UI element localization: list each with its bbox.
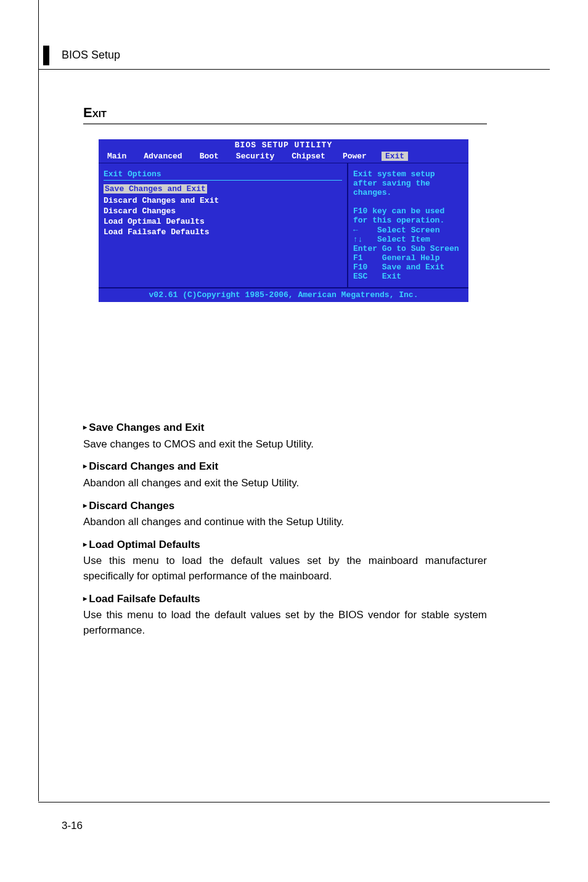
key-f1-label: General Help [382, 253, 440, 263]
key-updown-label: Select Item [377, 235, 430, 244]
bios-help-text: Exit system setup after saving the chang… [353, 169, 463, 226]
key-enter-label: Go to Sub Screen [382, 244, 459, 253]
bios-tab-security[interactable]: Security [227, 152, 283, 161]
header-bar-icon [43, 46, 49, 65]
doc-body-save-exit: Save changes to CMOS and exit the Setup … [83, 437, 487, 452]
key-enter-icon: Enter [353, 244, 377, 253]
page-content: Save Changes and Exit Save changes to CM… [83, 413, 487, 642]
page-left-rule [38, 0, 39, 801]
key-left-icon: ← [353, 226, 358, 235]
bios-body: Exit Options Save Changes and Exit Disca… [99, 163, 468, 287]
bios-tab-main[interactable]: Main [99, 152, 135, 161]
doc-body-load-optimal: Use this menu to load the default values… [83, 553, 487, 584]
bios-tab-boot[interactable]: Boot [191, 152, 227, 161]
bios-right-panel: Exit system setup after saving the chang… [348, 163, 468, 287]
bios-tabs: Main Advanced Boot Security Chipset Powe… [99, 150, 468, 163]
doc-title-load-failsafe: Load Failsafe Defaults [83, 592, 487, 607]
bios-item-discard[interactable]: Discard Changes [104, 206, 342, 216]
bios-item-load-optimal[interactable]: Load Optimal Defaults [104, 217, 342, 226]
doc-title-save-exit: Save Changes and Exit [83, 420, 487, 436]
bios-item-save-exit[interactable]: Save Changes and Exit [104, 184, 207, 194]
bios-tab-power[interactable]: Power [334, 152, 375, 161]
bios-panel-heading: Exit Options [104, 169, 342, 179]
doc-body-discard-exit: Abandon all changes and exit the Setup U… [83, 476, 487, 491]
doc-body-discard: Abandon all changes and continue with th… [83, 515, 487, 530]
key-esc-icon: ESC [353, 272, 367, 281]
bios-panel-heading-rule [104, 180, 342, 181]
bios-window: BIOS SETUP UTILITY Main Advanced Boot Se… [99, 139, 468, 302]
bios-item-load-failsafe[interactable]: Load Failsafe Defaults [104, 227, 342, 237]
doc-title-load-optimal: Load Optimal Defaults [83, 537, 487, 553]
doc-body-load-failsafe: Use this menu to load the default values… [83, 608, 487, 638]
doc-title-discard: Discard Changes [83, 499, 487, 514]
section-title: Exit [83, 105, 107, 121]
bios-item-discard-exit[interactable]: Discard Changes and Exit [104, 196, 342, 205]
key-f10-label: Save and Exit [382, 263, 444, 272]
doc-title-discard-exit: Discard Changes and Exit [83, 459, 487, 475]
footer-rule [38, 802, 550, 802]
bios-tab-exit[interactable]: Exit [382, 152, 408, 161]
page-number: 3-16 [62, 820, 83, 832]
bios-tab-chipset[interactable]: Chipset [283, 152, 334, 161]
bios-tab-advanced[interactable]: Advanced [135, 152, 190, 161]
key-updown-icon: ↑↓ [353, 235, 363, 244]
bios-window-title: BIOS SETUP UTILITY [99, 139, 468, 150]
key-f10-icon: F10 [353, 263, 367, 272]
section-rule [83, 123, 487, 125]
bios-help-keys: ← Select Screen ↑↓ Select Item Enter Go … [353, 226, 463, 281]
bios-left-panel: Exit Options Save Changes and Exit Disca… [99, 163, 348, 287]
header-title: BIOS Setup [62, 49, 120, 62]
header-rule [38, 69, 550, 70]
bios-footer: v02.61 (C)Copyright 1985-2006, American … [99, 287, 468, 302]
key-esc-label: Exit [382, 272, 401, 281]
key-f1-icon: F1 [353, 253, 363, 263]
key-left-label: Select Screen [377, 226, 439, 235]
